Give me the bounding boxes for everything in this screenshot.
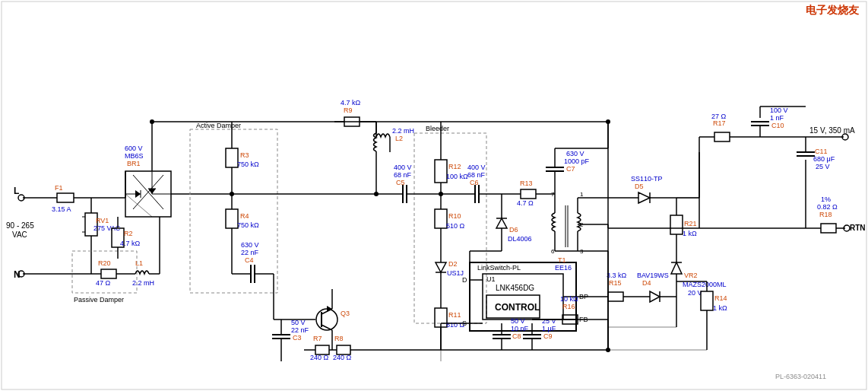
svg-text:C3: C3 xyxy=(293,334,302,342)
svg-text:400 V: 400 V xyxy=(467,164,486,171)
svg-text:MB6S: MB6S xyxy=(125,152,144,160)
svg-text:240 Ω: 240 Ω xyxy=(333,354,352,361)
svg-text:SS110-TP: SS110-TP xyxy=(631,175,663,183)
svg-text:BR1: BR1 xyxy=(127,160,141,167)
svg-text:VAC: VAC xyxy=(12,230,27,239)
svg-point-325 xyxy=(439,192,443,196)
svg-text:R20: R20 xyxy=(98,259,111,267)
svg-text:VR2: VR2 xyxy=(684,272,698,279)
svg-text:C6: C6 xyxy=(470,179,479,186)
svg-text:1 nF: 1 nF xyxy=(770,114,784,122)
svg-text:240 Ω: 240 Ω xyxy=(310,354,329,361)
svg-text:50 V: 50 V xyxy=(511,317,525,325)
svg-text:4.7 kΩ: 4.7 kΩ xyxy=(341,99,361,106)
svg-text:R21: R21 xyxy=(684,220,697,227)
svg-text:630 V: 630 V xyxy=(566,150,584,157)
svg-text:750 kΩ: 750 kΩ xyxy=(237,161,259,168)
svg-text:Passive Damper: Passive Damper xyxy=(74,296,124,304)
svg-text:R14: R14 xyxy=(714,294,727,302)
svg-text:L: L xyxy=(14,186,19,196)
svg-text:Q3: Q3 xyxy=(341,310,350,317)
svg-text:25 V: 25 V xyxy=(816,163,830,170)
svg-text:27 Ω: 27 Ω xyxy=(711,113,727,120)
svg-text:D6: D6 xyxy=(509,226,518,234)
svg-point-327 xyxy=(150,119,154,124)
svg-text:EE16: EE16 xyxy=(555,264,572,272)
svg-text:L2: L2 xyxy=(395,135,403,142)
svg-text:LNK456DG: LNK456DG xyxy=(496,284,534,292)
svg-text:C4: C4 xyxy=(245,256,254,264)
svg-text:R3: R3 xyxy=(240,151,249,159)
svg-text:R17: R17 xyxy=(713,119,726,127)
svg-text:90 - 265: 90 - 265 xyxy=(6,221,34,230)
svg-text:2.2 mH: 2.2 mH xyxy=(392,127,414,135)
svg-text:10 kΩ: 10 kΩ xyxy=(560,295,578,303)
svg-text:100 kΩ: 100 kΩ xyxy=(446,173,468,180)
svg-text:R16: R16 xyxy=(562,303,575,310)
svg-text:510 Ω: 510 Ω xyxy=(446,222,465,230)
svg-text:10 nF: 10 nF xyxy=(511,325,529,332)
svg-text:22 nF: 22 nF xyxy=(241,249,259,256)
svg-text:D2: D2 xyxy=(448,260,458,268)
svg-text:Active Damper: Active Damper xyxy=(196,122,241,129)
svg-text:4.7 Ω: 4.7 Ω xyxy=(517,199,534,207)
svg-text:630 V: 630 V xyxy=(241,241,259,249)
svg-text:R13: R13 xyxy=(520,180,533,187)
svg-text:1 kΩ: 1 kΩ xyxy=(683,230,697,237)
svg-text:6: 6 xyxy=(551,248,555,255)
svg-text:R15: R15 xyxy=(609,279,622,287)
svg-text:0.82 Ω: 0.82 Ω xyxy=(817,203,838,211)
svg-text:47 Ω: 47 Ω xyxy=(96,279,111,287)
svg-text:68 nF: 68 nF xyxy=(467,171,486,179)
svg-text:3.3 kΩ: 3.3 kΩ xyxy=(607,272,627,279)
svg-text:N: N xyxy=(14,269,21,280)
svg-text:RV1: RV1 xyxy=(96,217,109,224)
svg-text:1: 1 xyxy=(580,191,584,198)
svg-text:Bleeder: Bleeder xyxy=(426,125,449,132)
svg-text:R10: R10 xyxy=(448,212,461,220)
svg-text:400 V: 400 V xyxy=(394,164,412,171)
svg-text:C10: C10 xyxy=(771,122,784,129)
svg-point-329 xyxy=(606,348,610,352)
svg-text:US1J: US1J xyxy=(447,269,464,277)
svg-text:R11: R11 xyxy=(448,311,461,319)
svg-text:20 V: 20 V xyxy=(688,289,702,297)
svg-text:PL-6363-020411: PL-6363-020411 xyxy=(775,373,826,380)
svg-text:C11: C11 xyxy=(815,148,828,155)
svg-text:D: D xyxy=(462,276,467,284)
svg-text:2.2 mH: 2.2 mH xyxy=(132,279,154,287)
svg-text:D4: D4 xyxy=(642,279,651,287)
svg-text:1%: 1% xyxy=(821,196,831,203)
svg-point-326 xyxy=(374,192,379,196)
svg-text:1 μF: 1 μF xyxy=(542,325,556,332)
svg-text:600 V: 600 V xyxy=(125,145,143,152)
svg-text:C5: C5 xyxy=(396,179,405,186)
svg-rect-0 xyxy=(0,0,868,391)
svg-text:1 kΩ: 1 kΩ xyxy=(713,304,727,312)
svg-text:L1: L1 xyxy=(135,259,143,267)
svg-text:F1: F1 xyxy=(55,184,63,192)
svg-text:7: 7 xyxy=(551,191,555,198)
svg-text:68 nF: 68 nF xyxy=(394,171,412,179)
svg-text:R8: R8 xyxy=(334,335,344,342)
svg-text:15 V, 350 mA: 15 V, 350 mA xyxy=(809,126,855,135)
svg-text:R9: R9 xyxy=(344,106,353,114)
svg-text:C9: C9 xyxy=(543,332,553,340)
svg-text:3.15 A: 3.15 A xyxy=(52,205,71,213)
svg-text:C7: C7 xyxy=(566,165,575,173)
svg-text:100 V: 100 V xyxy=(770,106,788,114)
svg-text:R18: R18 xyxy=(819,211,832,218)
schematic-diagram: L N 90 - 265 VAC F1 3.15 A RV1 275 VAC P… xyxy=(0,0,868,391)
svg-text:22 nF: 22 nF xyxy=(291,326,309,334)
svg-text:50 V: 50 V xyxy=(291,319,306,326)
svg-text:R7: R7 xyxy=(313,335,322,342)
svg-text:D5: D5 xyxy=(635,183,644,190)
svg-text:R4: R4 xyxy=(240,212,249,220)
svg-text:R12: R12 xyxy=(448,163,461,170)
svg-text:LinkSwitch-PL: LinkSwitch-PL xyxy=(477,264,521,272)
svg-text:T1: T1 xyxy=(558,256,566,264)
svg-text:2: 2 xyxy=(580,221,584,228)
svg-text:4.7 kΩ: 4.7 kΩ xyxy=(120,240,141,247)
svg-text:1000 pF: 1000 pF xyxy=(564,157,590,165)
svg-text:25 V: 25 V xyxy=(542,317,556,325)
